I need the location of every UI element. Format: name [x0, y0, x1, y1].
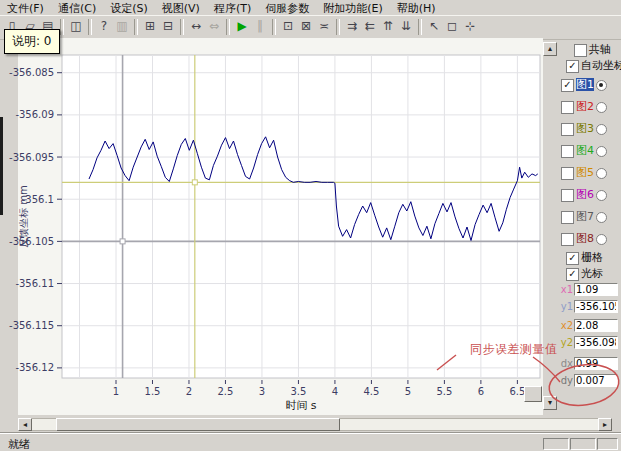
menu-item-7[interactable]: 附加功能(E) [316, 0, 390, 15]
plot-label-2: 图2 [576, 100, 594, 113]
zoom-fit-button[interactable]: ⊡ [279, 18, 297, 35]
play-button[interactable]: ▶ [233, 18, 251, 35]
plot-radio-5[interactable] [596, 168, 607, 179]
scroll-right-button[interactable]: ▸ [598, 418, 612, 431]
expand-horizontal-icon: ↔ [191, 19, 201, 33]
checkbox[interactable]: ✓ [566, 252, 579, 265]
y1-field-row: y1 [558, 299, 621, 316]
checkbox[interactable]: ✓ [566, 268, 579, 281]
y-axis-title: 反馈坐标 mm [18, 185, 29, 248]
menu-item-2[interactable]: 通信(C) [51, 0, 103, 15]
plot-radio-8[interactable] [596, 234, 607, 245]
plot-radio-2[interactable] [596, 102, 607, 113]
checkbox[interactable] [561, 167, 574, 180]
copy-icon: ◫ [70, 19, 81, 33]
checkbox[interactable] [561, 189, 574, 202]
menu-item-1[interactable]: 文件(F) [0, 0, 51, 15]
scale-x-expand-button[interactable]: ⇉ [343, 18, 361, 35]
status-text: 就绪 [8, 437, 30, 451]
grid-checkbox-row[interactable]: ✓栅格 [558, 250, 621, 266]
description-tooltip: 说明: 0 [4, 29, 60, 54]
y2-input[interactable] [574, 336, 618, 349]
checkbox[interactable] [561, 145, 574, 158]
x-tick-label: 1 [113, 386, 119, 397]
autoscale-checkbox-row[interactable]: ✓自动坐标 [558, 58, 621, 74]
y1-input[interactable] [574, 300, 618, 313]
plot-radio-1[interactable] [596, 80, 607, 91]
print-button[interactable]: ▥ [113, 18, 131, 35]
panel-scroll-down-button[interactable]: ▾ [543, 396, 557, 410]
toolbar-separator [272, 19, 276, 35]
plot-toggle-6[interactable]: 图6 [558, 184, 621, 206]
plot-radio-6[interactable] [596, 190, 607, 201]
plot-toggle-5[interactable]: 图5 [558, 162, 621, 184]
menu-item-4[interactable]: 视图(V) [155, 0, 207, 15]
toolbar-separator [180, 19, 184, 35]
coaxial-checkbox-row[interactable]: 共轴 [558, 42, 621, 58]
plot-toggle-4[interactable]: 图4 [558, 140, 621, 162]
left-splitter-handle[interactable] [0, 117, 3, 215]
menu-item-6[interactable]: 伺服参数 [258, 0, 316, 15]
pause-button[interactable]: ‖ [251, 18, 269, 35]
plot-radio-7[interactable] [596, 212, 607, 223]
x1-input[interactable] [574, 283, 618, 296]
checkbox[interactable] [574, 44, 587, 57]
zoom-window-button[interactable]: ⊠ [297, 18, 315, 35]
checkbox[interactable] [561, 211, 574, 224]
grid-checkbox-label: 栅格 [581, 251, 603, 264]
dy-input[interactable] [574, 374, 618, 387]
cursor2-marker[interactable] [192, 180, 197, 185]
panel-scroll-up-button[interactable]: ▴ [543, 42, 557, 56]
scroll-left-button[interactable]: ◂ [18, 418, 32, 431]
cursor-checkbox-label: 光标 [581, 267, 603, 280]
scale-x-shrink-button[interactable]: ⇇ [361, 18, 379, 35]
plot-label-6: 图6 [576, 188, 594, 201]
status-bar: 就绪 [0, 433, 621, 451]
x-axis-title: 时间 s [285, 399, 316, 412]
scale-y-shrink-icon: ⇊ [401, 19, 411, 33]
autoscale-checkbox-label: 自动坐标 [581, 59, 621, 72]
cursor-checkbox-row[interactable]: ✓光标 [558, 266, 621, 282]
checkbox[interactable] [561, 101, 574, 114]
plot-radio-3[interactable] [596, 124, 607, 135]
pointer-button[interactable]: ↖ [425, 18, 443, 35]
checkbox[interactable]: ✓ [566, 60, 579, 73]
copy-button[interactable]: ◫ [67, 18, 85, 35]
x2-label: x2 [558, 318, 573, 334]
x-tick-label: 2.5 [218, 386, 234, 397]
graph-frame-button[interactable]: ⊟ [159, 18, 177, 35]
select-region-button[interactable]: ◻ [443, 18, 461, 35]
checkbox[interactable]: ✓ [561, 79, 574, 92]
plot-toggle-2[interactable]: 图2 [558, 96, 621, 118]
checkbox[interactable] [561, 123, 574, 136]
plot-toggle-3[interactable]: 图3 [558, 118, 621, 140]
scale-y-expand-button[interactable]: ⇈ [379, 18, 397, 35]
scale-x-expand-icon: ⇉ [347, 19, 357, 33]
scale-y-shrink-button[interactable]: ⇊ [397, 18, 415, 35]
x2-input[interactable] [574, 319, 618, 332]
dx-input[interactable] [574, 357, 618, 370]
plot-toggle-7[interactable]: 图7 [558, 206, 621, 228]
chart-area[interactable]: 11.522.533.544.555.566.5-356.085-356.09-… [0, 38, 543, 416]
plot-toggle-8[interactable]: 图8 [558, 228, 621, 250]
expand-horizontal-button[interactable]: ↔ [187, 18, 205, 35]
link-horizontal-button[interactable]: ⇔ [205, 18, 223, 35]
pan-button[interactable]: ⊹ [461, 18, 479, 35]
zoom-fit-icon: ⊡ [283, 19, 293, 33]
chart-corner-button[interactable] [524, 386, 542, 402]
graph-grid-button[interactable]: ⊞ [141, 18, 159, 35]
menu-item-5[interactable]: 程序(T) [207, 0, 258, 15]
plot-label-4: 图4 [576, 144, 594, 157]
horizontal-scrollbar-thumb[interactable] [56, 418, 340, 431]
plot-label-7: 图7 [576, 210, 594, 223]
help-button[interactable]: ? [95, 18, 113, 35]
zoom-vertical-button[interactable]: ≍ [315, 18, 333, 35]
plot-area[interactable] [62, 55, 540, 378]
menu-item-8[interactable]: 帮助(H) [390, 0, 443, 15]
link-horizontal-icon: ⇔ [209, 19, 219, 33]
checkbox[interactable] [561, 233, 574, 246]
plot-radio-4[interactable] [596, 146, 607, 157]
plot-toggle-1[interactable]: ✓图1 [558, 74, 621, 96]
menu-item-3[interactable]: 设定(S) [103, 0, 155, 15]
cursor1-marker[interactable] [120, 239, 125, 244]
